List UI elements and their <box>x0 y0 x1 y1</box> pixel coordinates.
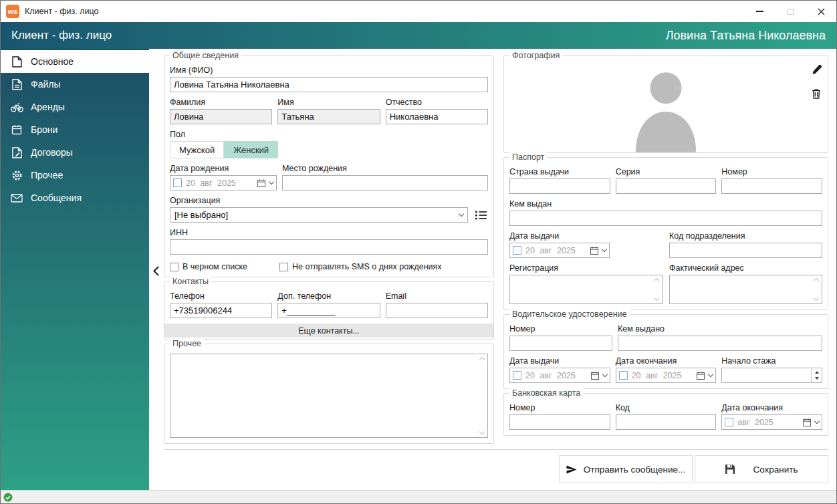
dl-number-label: Номер <box>509 324 612 334</box>
card-code-input[interactable] <box>616 414 717 430</box>
dl-number-input[interactable] <box>509 336 612 351</box>
scrollbar[interactable] <box>477 355 487 436</box>
chevron-down-icon[interactable] <box>602 372 607 377</box>
contacts-group: Контакты Телефон Доп. телефон <box>164 281 494 340</box>
scrollbar[interactable] <box>652 276 661 303</box>
minimize-button[interactable] <box>744 1 775 22</box>
experience-start-label: Начало стажа <box>721 356 822 366</box>
spin-down-icon[interactable] <box>815 377 819 380</box>
notes-textarea[interactable] <box>170 354 488 438</box>
maximize-icon <box>788 9 794 15</box>
sidebar-item-main[interactable]: Основное <box>1 50 149 73</box>
spinner-buttons[interactable] <box>811 368 822 382</box>
experience-start-input[interactable] <box>721 368 822 383</box>
close-button[interactable] <box>806 1 836 22</box>
dl-expiry-date-value: 20 авг 2025 <box>632 371 693 380</box>
spin-up-icon[interactable] <box>815 371 819 374</box>
last-name-input[interactable] <box>170 109 272 124</box>
scroll-up-icon[interactable] <box>479 357 485 362</box>
app-logo-icon: ws <box>6 5 19 18</box>
organization-select[interactable]: [Не выбрано] <box>170 207 468 223</box>
inn-label: ИНН <box>170 228 488 237</box>
scrollbar[interactable] <box>812 276 821 303</box>
chevron-down-icon[interactable] <box>708 372 713 377</box>
dl-issue-date-picker[interactable]: 20 авг 2025 <box>509 368 610 383</box>
scroll-down-icon[interactable] <box>479 429 485 434</box>
email-label: Email <box>386 291 488 301</box>
collapse-sidebar-button[interactable] <box>150 264 161 277</box>
sidebar-item-rentals[interactable]: Аренды <box>1 96 149 118</box>
inn-input[interactable] <box>170 239 488 255</box>
driver-license-group-title: Водительское удостоверение <box>509 309 630 319</box>
email-input[interactable] <box>386 303 488 318</box>
no-sms-checkbox[interactable] <box>279 263 288 271</box>
dl-issue-date-checkbox[interactable] <box>513 371 521 380</box>
chevron-down-icon[interactable] <box>602 247 607 252</box>
passport-number-label: Номер <box>721 167 822 176</box>
passport-group: Паспорт Страна выдачи Серия Но <box>503 157 828 310</box>
scroll-down-icon[interactable] <box>814 295 819 301</box>
registration-textarea[interactable] <box>509 275 663 304</box>
passport-issue-date-picker[interactable]: 20 авг 2025 <box>509 243 610 258</box>
scroll-down-icon[interactable] <box>654 295 659 301</box>
more-contacts-button[interactable]: Еще контакты... <box>164 324 493 338</box>
dl-expiry-date-checkbox[interactable] <box>619 371 628 380</box>
birth-date-picker[interactable]: 20 авг 2025 <box>170 175 277 191</box>
send-message-label: Отправить сообщение... <box>584 465 686 475</box>
maximize-button[interactable] <box>775 1 806 22</box>
sidebar-item-label: Основное <box>31 56 74 67</box>
close-icon <box>818 8 825 15</box>
gender-female-button[interactable]: Женский <box>224 141 278 158</box>
passport-country-label: Страна выдачи <box>509 167 610 176</box>
sidebar-item-other[interactable]: Прочее <box>1 164 149 186</box>
passport-series-input[interactable] <box>616 178 717 194</box>
contacts-group-title: Контакты <box>170 277 211 286</box>
send-icon <box>566 465 577 474</box>
page-header: Клиент - физ. лицо Ловина Татьяна Никола… <box>1 22 836 49</box>
extra-phone-input[interactable] <box>277 303 380 318</box>
passport-issued-by-input[interactable] <box>509 211 822 226</box>
card-expiry-date-picker[interactable]: авг 2025 <box>721 414 822 430</box>
send-message-button[interactable]: Отправить сообщение... <box>559 455 693 483</box>
sidebar-item-bookings[interactable]: Брони <box>1 118 149 141</box>
gender-male-button[interactable]: Мужской <box>170 141 224 158</box>
organization-list-button[interactable] <box>473 207 488 223</box>
calendar-icon <box>591 372 599 380</box>
card-number-input[interactable] <box>509 414 610 430</box>
driver-license-group: Водительское удостоверение Номер Кем выд… <box>503 314 828 389</box>
passport-issue-date-checkbox[interactable] <box>513 246 521 255</box>
department-code-input[interactable] <box>669 243 822 258</box>
birth-place-input[interactable] <box>282 175 488 191</box>
first-name-input[interactable] <box>277 109 380 124</box>
scroll-up-icon[interactable] <box>814 278 819 283</box>
sidebar-item-messages[interactable]: Сообщения <box>1 186 149 209</box>
card-code-label: Код <box>616 403 717 412</box>
sidebar-item-contracts[interactable]: Договоры <box>1 141 149 164</box>
actual-address-textarea[interactable] <box>669 275 822 304</box>
list-icon <box>475 211 487 220</box>
blacklist-checkbox[interactable] <box>170 263 178 271</box>
window-title: Клиент - физ. лицо <box>25 7 98 16</box>
phone-input[interactable] <box>170 303 272 318</box>
dl-issued-by-input[interactable] <box>618 336 822 351</box>
full-name-input[interactable] <box>170 77 488 92</box>
status-bar <box>1 490 836 503</box>
middle-name-input[interactable] <box>386 109 488 124</box>
passport-country-input[interactable] <box>509 178 610 194</box>
dl-expiry-date-picker[interactable]: 20 авг 2025 <box>616 368 717 383</box>
passport-number-input[interactable] <box>721 178 822 194</box>
sidebar-item-label: Договоры <box>31 147 73 158</box>
title-bar: ws Клиент - физ. лицо <box>1 1 836 22</box>
sidebar-item-label: Аренды <box>31 102 65 112</box>
chevron-down-icon <box>459 211 464 217</box>
registration-label: Регистрация <box>509 263 663 273</box>
delete-photo-button[interactable] <box>812 88 822 102</box>
birth-date-checkbox[interactable] <box>173 178 182 187</box>
save-button[interactable]: Сохранить <box>695 455 828 483</box>
chevron-down-icon[interactable] <box>269 179 274 184</box>
chevron-down-icon[interactable] <box>814 418 820 424</box>
sidebar-item-files[interactable]: Файлы <box>1 73 149 96</box>
scroll-up-icon[interactable] <box>654 278 659 283</box>
edit-photo-button[interactable] <box>812 64 822 78</box>
card-expiry-checkbox[interactable] <box>725 418 733 426</box>
